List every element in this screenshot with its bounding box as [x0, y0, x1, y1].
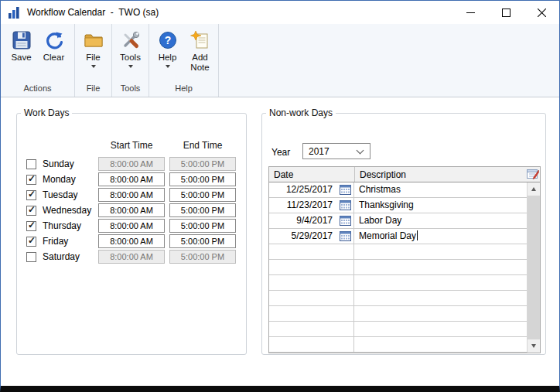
clear-icon: [43, 29, 65, 51]
scrollbar-thumb[interactable]: [528, 196, 540, 339]
non-work-days-table: Date Description 12/25/2017: [268, 166, 541, 353]
workflow-calendar-window: Workflow Calendar - TWO (sa): [0, 0, 560, 392]
date-value: 12/25/2017: [286, 184, 333, 195]
saturday-checkbox[interactable]: [26, 252, 36, 262]
titlebar[interactable]: Workflow Calendar - TWO (sa): [1, 1, 559, 24]
tools-menu-button[interactable]: Tools: [114, 28, 147, 68]
calendar-picker-icon[interactable]: [340, 216, 351, 226]
sunday-end-time-field: 5:00:00 PM: [169, 157, 236, 171]
wednesday-end-time-field[interactable]: 5:00:00 PM: [169, 203, 236, 217]
tuesday-checkbox[interactable]: [26, 190, 36, 200]
help-menu-label: Help: [159, 53, 177, 63]
calendar-picker-icon[interactable]: [340, 200, 351, 210]
description-cell[interactable]: Thanksgiving: [354, 198, 527, 213]
table-row-empty[interactable]: [269, 322, 527, 337]
minimize-button[interactable]: [452, 1, 488, 24]
table-row-empty[interactable]: [269, 244, 527, 260]
thursday-checkbox[interactable]: [26, 221, 36, 231]
day-row-wednesday: Wednesday 8:00:00 AM 5:00:00 PM: [17, 203, 246, 219]
table-row-empty[interactable]: [269, 260, 527, 275]
thursday-start-time-field[interactable]: 8:00:00 AM: [98, 219, 165, 233]
work-days-rows: Sunday 8:00:00 AM 5:00:00 PM Monday 8:00…: [17, 157, 246, 265]
year-dropdown[interactable]: 2017: [302, 143, 370, 159]
help-menu-arrow-icon: [166, 65, 170, 68]
tuesday-start-time-field[interactable]: 8:00:00 AM: [98, 188, 165, 202]
calendar-picker-icon[interactable]: [340, 231, 351, 241]
description-cell[interactable]: Labor Day: [354, 213, 527, 228]
ribbon-group-label-tools: Tools: [112, 82, 149, 97]
column-divider: [354, 167, 355, 182]
date-column-header[interactable]: Date: [274, 169, 293, 180]
date-cell[interactable]: 12/25/2017: [269, 182, 354, 197]
ribbon-group-tools: Tools Tools: [112, 24, 149, 97]
ribbon-group-label-help: Help: [149, 82, 218, 97]
vertical-scrollbar[interactable]: [527, 182, 540, 353]
ribbon-group-actions: Save Clear Actions: [1, 24, 75, 97]
close-icon: [538, 9, 546, 17]
table-row-empty[interactable]: [269, 337, 527, 353]
non-work-days-title: Non-work Days: [266, 107, 336, 118]
file-menu-arrow-icon: [91, 65, 96, 68]
friday-start-time-field[interactable]: 8:00:00 AM: [98, 234, 165, 248]
close-button[interactable]: [524, 1, 559, 24]
ribbon: Save Clear Actions: [1, 24, 559, 97]
date-cell[interactable]: 5/29/2017: [269, 229, 354, 244]
text-caret: [417, 230, 418, 240]
wednesday-start-time-field[interactable]: 8:00:00 AM: [98, 203, 165, 217]
friday-end-time-field[interactable]: 5:00:00 PM: [169, 234, 236, 248]
tuesday-label: Tuesday: [43, 189, 78, 200]
day-row-monday: Monday 8:00:00 AM 5:00:00 PM: [17, 172, 246, 188]
clear-button[interactable]: Clear: [38, 28, 70, 63]
table-row[interactable]: 11/23/2017 Thanksgiving: [269, 198, 527, 213]
scroll-down-button[interactable]: [528, 339, 540, 353]
maximize-icon: [502, 9, 510, 17]
scroll-up-button[interactable]: [528, 182, 540, 196]
add-note-icon: [190, 29, 211, 51]
scroll-down-icon: [531, 344, 536, 348]
date-cell[interactable]: 11/23/2017: [269, 198, 354, 213]
table-row-empty[interactable]: [269, 291, 527, 306]
sunday-label: Sunday: [43, 159, 74, 169]
table-row[interactable]: 5/29/2017 Memorial Day: [269, 229, 527, 244]
help-menu-button[interactable]: ? Help: [152, 28, 184, 68]
table-header: Date Description: [269, 167, 540, 182]
monday-start-time-field[interactable]: 8:00:00 AM: [98, 172, 165, 186]
ribbon-group-file: File File: [75, 24, 112, 97]
table-body: 12/25/2017 Christmas 11/23/2017 Th: [269, 182, 527, 353]
add-note-button[interactable]: Add Note: [184, 28, 217, 73]
work-days-title: Work Days: [21, 107, 72, 118]
table-row-empty[interactable]: [269, 306, 527, 322]
tools-menu-arrow-icon: [128, 65, 133, 68]
table-row[interactable]: 9/4/2017 Labor Day: [269, 213, 527, 229]
ribbon-group-label-actions: Actions: [1, 82, 74, 97]
end-time-header: End Time: [169, 140, 236, 151]
table-options-icon[interactable]: [527, 169, 539, 182]
save-button[interactable]: Save: [5, 28, 38, 63]
wednesday-label: Wednesday: [43, 205, 91, 216]
monday-label: Monday: [43, 174, 76, 185]
wednesday-checkbox[interactable]: [26, 206, 36, 216]
description-column-header[interactable]: Description: [360, 169, 406, 180]
description-cell-editing[interactable]: Memorial Day: [354, 229, 527, 244]
saturday-end-time-field: 5:00:00 PM: [169, 250, 236, 264]
thursday-label: Thursday: [43, 220, 81, 231]
friday-checkbox[interactable]: [26, 237, 36, 247]
calendar-picker-icon[interactable]: [340, 185, 351, 195]
chevron-down-icon: [357, 147, 364, 155]
table-row[interactable]: 12/25/2017 Christmas: [269, 182, 527, 198]
file-menu-button[interactable]: File: [77, 28, 110, 68]
description-cell[interactable]: Christmas: [354, 182, 527, 197]
maximize-button[interactable]: [488, 1, 524, 24]
saturday-label: Saturday: [43, 251, 80, 262]
sunday-checkbox[interactable]: [26, 159, 36, 169]
folder-icon: [83, 29, 104, 51]
scroll-up-icon: [531, 187, 536, 191]
tuesday-end-time-field[interactable]: 5:00:00 PM: [169, 188, 236, 202]
date-cell[interactable]: 9/4/2017: [269, 213, 354, 228]
thursday-end-time-field[interactable]: 5:00:00 PM: [169, 219, 236, 233]
monday-end-time-field[interactable]: 5:00:00 PM: [169, 172, 236, 186]
work-days-group: Work Days Start Time End Time Sunday 8:0…: [16, 107, 247, 355]
monday-checkbox[interactable]: [26, 175, 36, 185]
minimize-icon: [466, 9, 475, 17]
table-row-empty[interactable]: [269, 275, 527, 291]
